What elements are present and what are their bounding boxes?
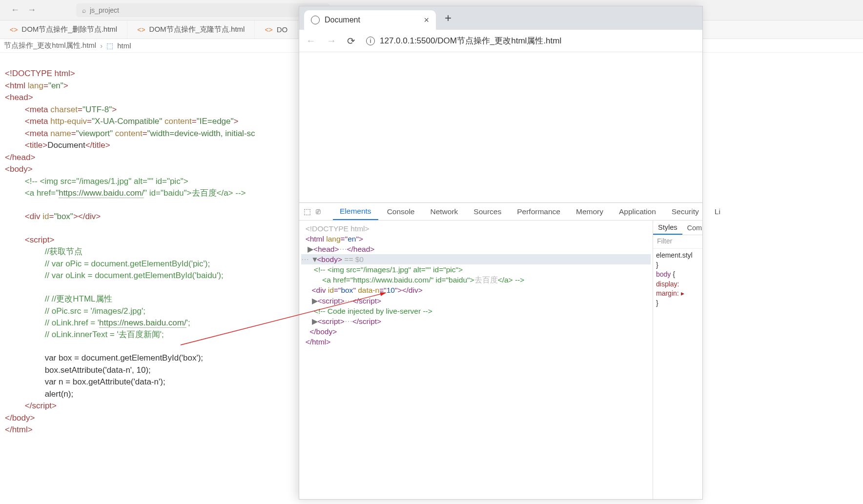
html-file-icon: <>: [265, 26, 272, 34]
styles-tab[interactable]: Styles: [653, 221, 682, 235]
chevron-icon: ›: [100, 41, 103, 50]
styles-filter-input[interactable]: Filter: [653, 235, 702, 249]
nav-forward-icon[interactable]: →: [27, 5, 36, 15]
editor-tab[interactable]: <> DOM节点操作_克隆节点.html: [127, 20, 255, 39]
devtools-tab-application[interactable]: Application: [612, 203, 663, 220]
computed-tab[interactable]: Com: [682, 221, 707, 235]
browser-reload-icon[interactable]: ⟳: [347, 35, 355, 47]
editor-tab[interactable]: <> DO: [255, 20, 298, 39]
browser-back-icon[interactable]: ←: [306, 35, 316, 46]
devtools-elements-tree[interactable]: <!DOCTYPE html> <html lang="en"> ▶<head>…: [299, 221, 653, 499]
devtools-tab-elements[interactable]: Elements: [333, 203, 378, 220]
devtools-tab-performance[interactable]: Performance: [510, 203, 567, 220]
html-file-icon: <>: [137, 26, 145, 34]
devtools-tab-memory[interactable]: Memory: [569, 203, 610, 220]
browser-forward-icon[interactable]: →: [327, 35, 336, 46]
breadcrumb-file[interactable]: 节点操作_更改html属性.html: [4, 41, 96, 50]
editor-tab[interactable]: <> DOM节点操作_删除节点.html: [0, 20, 127, 39]
device-icon[interactable]: ⎚: [315, 206, 321, 218]
browser-tab-title: Document: [325, 16, 360, 24]
close-tab-icon[interactable]: ×: [424, 15, 429, 25]
styles-rules[interactable]: element.styl } body { display: margin: ▸…: [653, 249, 702, 310]
devtools-tab-more[interactable]: Li: [708, 203, 727, 220]
html-file-icon: <>: [10, 26, 18, 34]
browser-tab-bar: Document × +: [299, 6, 702, 30]
site-info-icon[interactable]: i: [366, 37, 375, 45]
url-text: 127.0.0.1:5500/DOM节点操作_更改html属性.html: [380, 35, 561, 46]
devtools-tab-security[interactable]: Security: [665, 203, 706, 220]
cube-icon: ⬚: [106, 41, 113, 50]
nav-back-icon[interactable]: ←: [11, 5, 20, 15]
devtools-tab-console[interactable]: Console: [380, 203, 422, 220]
inspect-icon[interactable]: ⬚: [303, 206, 311, 218]
breadcrumb-node[interactable]: html: [117, 41, 131, 50]
browser-viewport: [299, 52, 702, 202]
browser-window: Document × + ← → ⟳ i 127.0.0.1:5500/DOM节…: [299, 6, 703, 500]
devtools: ⬚ ⎚ Elements Console Network Sources Per…: [299, 202, 702, 499]
browser-address-bar: ← → ⟳ i 127.0.0.1:5500/DOM节点操作_更改html属性.…: [299, 30, 702, 52]
new-tab-button[interactable]: +: [441, 11, 455, 25]
devtools-tab-sources[interactable]: Sources: [467, 203, 508, 220]
globe-icon: [311, 16, 320, 24]
url-input[interactable]: i 127.0.0.1:5500/DOM节点操作_更改html属性.html: [366, 35, 561, 46]
search-placeholder: js_project: [90, 6, 119, 14]
browser-tab[interactable]: Document ×: [304, 10, 436, 30]
search-input[interactable]: ⌕ js_project: [76, 3, 330, 17]
devtools-styles-panel: Styles Com Filter element.styl } body { …: [653, 221, 702, 499]
devtools-tab-network[interactable]: Network: [424, 203, 465, 220]
search-icon: ⌕: [82, 6, 86, 14]
devtools-tabs: ⬚ ⎚ Elements Console Network Sources Per…: [299, 203, 702, 221]
